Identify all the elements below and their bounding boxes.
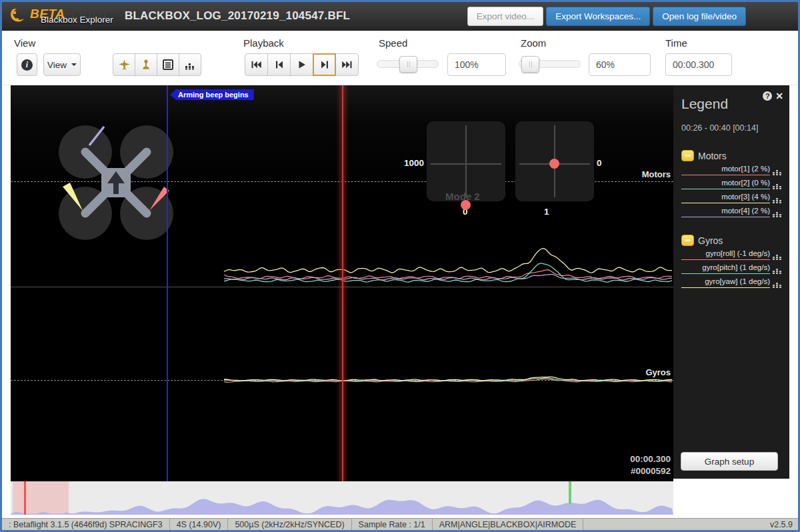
left-stick-haxis xyxy=(431,163,501,165)
playback-section-label: Playback xyxy=(243,37,284,49)
seek-bar[interactable] xyxy=(11,481,673,515)
status-looptime: 500µS (2kHz/2kHz/SYNCED) xyxy=(228,519,351,530)
time-input[interactable] xyxy=(665,53,732,76)
gyros-graph-label: Gyros xyxy=(645,367,671,377)
view-dropdown-label: View xyxy=(47,60,67,70)
legend-item-gyro-roll[interactable]: gyro[roll] (-1 deg/s) xyxy=(681,249,781,260)
legend-item-motor4[interactable]: motor[4] (2 %) xyxy=(681,207,781,217)
time-section-label: Time xyxy=(665,37,687,49)
zoom-input[interactable] xyxy=(589,53,651,76)
graph-canvas[interactable]: Arming beep begins 1000 0 0 1 Mode 2 Mot… xyxy=(11,85,673,481)
prev-frame-button[interactable] xyxy=(267,53,291,76)
graph-current-frame: #0000592 xyxy=(630,465,671,477)
event-marker-label: Arming beep begins xyxy=(170,89,254,100)
playback-controls xyxy=(245,53,359,76)
legend-item-gyro-yaw[interactable]: gyro[yaw] (1 deg/s) xyxy=(681,277,781,288)
craft-plane-icon xyxy=(119,59,130,71)
status-bar: : Betaflight 3.1.5 (4646f9d) SPRACINGF3 … xyxy=(2,518,798,530)
left-stick-box xyxy=(427,121,505,201)
export-workspaces-button[interactable]: Export Workspaces... xyxy=(546,7,650,26)
legend-item-motor3-label: motor[3] (4 %) xyxy=(681,193,770,203)
legend-item-motor2[interactable]: motor[2] (0 %) xyxy=(681,179,781,189)
status-flight-modes: ARM|ANGLE|BLACKBOX|AIRMODE xyxy=(433,519,584,530)
next-frame-button[interactable] xyxy=(313,53,336,76)
zoom-slider[interactable] xyxy=(519,60,581,68)
analyser-mini-icon[interactable] xyxy=(773,181,781,189)
view-section-label: View xyxy=(14,37,35,49)
analyser-mini-icon[interactable] xyxy=(773,167,781,175)
status-spacer xyxy=(583,519,770,530)
trace-line-3 xyxy=(224,249,672,273)
seek-waveform xyxy=(11,481,673,515)
zoom-slider-handle[interactable] xyxy=(521,56,539,73)
skip-to-start-icon xyxy=(251,61,261,69)
legend-time-range: 00:26 - 00:40 [00:14] xyxy=(681,123,781,133)
close-icon[interactable]: ✕ xyxy=(775,91,783,101)
legend-group-gyros-label: Gyros xyxy=(698,235,723,246)
play-pause-button[interactable] xyxy=(290,53,313,76)
legend-item-gyro-yaw-label: gyro[yaw] (1 deg/s) xyxy=(681,277,770,288)
open-log-button[interactable]: Open log file/video xyxy=(653,7,746,26)
main-area: Arming beep begins 1000 0 0 1 Mode 2 Mot… xyxy=(2,85,798,481)
graph-current-time: 00:00.300 xyxy=(630,453,671,465)
app-window: BETA FLIGHT Blackbox Explorer BLACKBOX_L… xyxy=(0,0,800,532)
betaflight-logo: BETA FLIGHT Blackbox Explorer xyxy=(2,2,121,31)
speed-slider-handle[interactable] xyxy=(399,56,417,73)
collapse-group-icon[interactable] xyxy=(681,150,694,161)
legend-panel-controls: ? ✕ xyxy=(763,91,783,101)
left-stick-dot xyxy=(461,200,471,210)
analyser-mini-icon[interactable] xyxy=(773,280,781,288)
graph-setup-button[interactable]: Graph setup xyxy=(681,452,778,471)
playback-cursor-line xyxy=(342,85,343,481)
right-stick-dot xyxy=(549,159,559,169)
legend-item-motor3[interactable]: motor[3] (4 %) xyxy=(681,193,781,203)
speed-section-label: Speed xyxy=(379,37,407,49)
zoom-section-label: Zoom xyxy=(521,37,546,49)
status-sample-rate: Sample Rate : 1/1 xyxy=(352,519,433,530)
analyser-mini-icon[interactable] xyxy=(773,195,781,203)
analyser-mini-icon[interactable] xyxy=(773,266,781,274)
step-back-icon xyxy=(275,61,283,69)
legend-item-motor2-label: motor[2] (0 %) xyxy=(681,179,770,189)
export-video-button[interactable]: Export video... xyxy=(467,7,543,26)
legend-item-gyro-roll-label: gyro[roll] (-1 deg/s) xyxy=(681,249,770,260)
log-info-button[interactable]: i xyxy=(17,53,37,76)
legend-group-gyros[interactable]: Gyros xyxy=(681,235,781,246)
left-stick-vaxis xyxy=(465,125,467,197)
toggle-table-button[interactable] xyxy=(157,53,179,76)
toggle-craft-button[interactable] xyxy=(113,53,135,76)
legend-item-motor1[interactable]: motor[1] (2 %) xyxy=(681,165,781,175)
logo-subtitle: Blackbox Explorer xyxy=(41,15,113,25)
collapse-group-icon[interactable] xyxy=(681,235,694,246)
help-icon[interactable]: ? xyxy=(763,91,772,101)
legend-item-gyro-pitch[interactable]: gyro[pitch] (1 deg/s) xyxy=(681,263,781,274)
seek-in-marker[interactable] xyxy=(24,481,26,515)
speed-slider[interactable] xyxy=(377,60,439,68)
sticks-joystick-icon xyxy=(141,59,151,70)
legend-group-motors[interactable]: Motors xyxy=(681,150,781,161)
motors-graph-label: Motors xyxy=(642,169,671,179)
legend-item-motor1-label: motor[1] (2 %) xyxy=(681,165,770,175)
speed-input[interactable] xyxy=(447,53,506,76)
jump-end-button[interactable] xyxy=(335,53,359,76)
toggle-analyser-button[interactable] xyxy=(179,53,201,76)
status-firmware: : Betaflight 3.1.5 (4646f9d) SPRACINGF3 xyxy=(2,519,170,530)
event-marker-line xyxy=(167,85,168,481)
analyser-mini-icon[interactable] xyxy=(773,252,781,260)
right-stick-value: 0 xyxy=(597,158,602,168)
toolbar: View Playback Speed Zoom Time i View xyxy=(2,31,798,85)
legend-item-motor4-label: motor[4] (2 %) xyxy=(681,207,770,217)
seek-event-marker[interactable] xyxy=(569,481,571,504)
legend-panel: ? ✕ Legend 00:26 - 00:40 [00:14] Motors … xyxy=(673,85,789,479)
status-battery: 4S (14.90V) xyxy=(170,519,229,530)
header-buttons: Export video... Export Workspaces... Ope… xyxy=(467,7,746,26)
analyser-mini-icon[interactable] xyxy=(773,209,781,217)
right-stick-bottom-value: 1 xyxy=(544,207,549,217)
trace-line-2 xyxy=(224,263,672,282)
play-icon xyxy=(298,61,306,69)
legend-group-motors-label: Motors xyxy=(698,151,727,161)
jump-start-button[interactable] xyxy=(245,53,268,76)
toggle-sticks-button[interactable] xyxy=(135,53,157,76)
betaflight-bee-icon xyxy=(9,7,27,25)
view-dropdown-button[interactable]: View xyxy=(43,53,81,76)
